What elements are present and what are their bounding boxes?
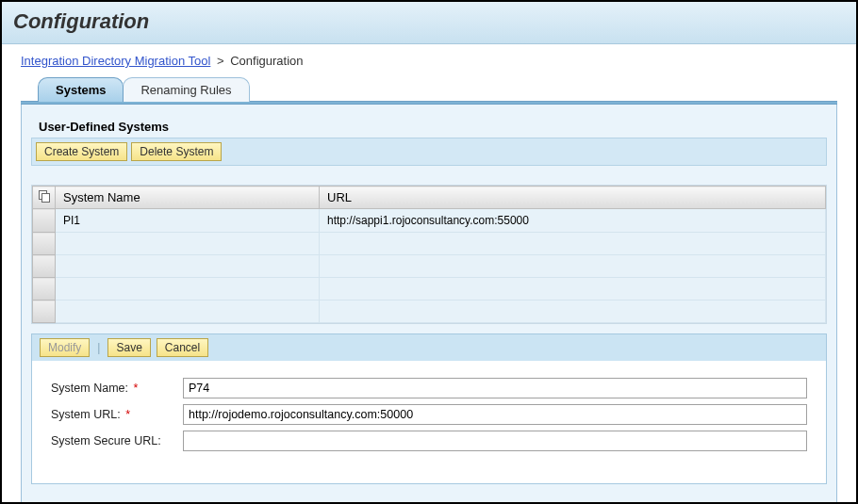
editor-toolbar: Modify | Save Cancel <box>32 334 826 361</box>
table-row[interactable]: PI1 http://sappi1.rojoconsultancy.com:55… <box>33 209 826 233</box>
system-secure-url-input[interactable] <box>183 431 807 451</box>
breadcrumb-sep: > <box>217 54 224 68</box>
breadcrumb-root-link[interactable]: Integration Directory Migration Tool <box>21 54 210 68</box>
create-system-button[interactable]: Create System <box>36 142 127 161</box>
systems-table: System Name URL PI1 http://sappi1.rojoco… <box>32 186 826 323</box>
breadcrumb: Integration Directory Migration Tool > C… <box>21 54 837 68</box>
modify-button[interactable]: Modify <box>40 338 90 357</box>
tab-label: Renaming Rules <box>140 83 231 97</box>
tab-strip: Systems Renaming Rules <box>38 77 837 102</box>
section-title: User-Defined Systems <box>31 116 827 138</box>
table-row-empty <box>33 233 826 255</box>
delete-system-button[interactable]: Delete System <box>131 142 222 161</box>
page-title: Configuration <box>13 9 845 34</box>
row-selector[interactable] <box>33 255 56 278</box>
col-header-url: URL <box>320 187 826 209</box>
cell-system-name: PI1 <box>56 209 320 233</box>
row-selector[interactable] <box>33 301 56 323</box>
row-selector[interactable] <box>33 209 56 233</box>
system-name-input[interactable] <box>183 378 807 398</box>
cancel-button[interactable]: Cancel <box>157 338 208 357</box>
col-header-name: System Name <box>56 187 320 209</box>
system-url-input[interactable] <box>183 404 807 425</box>
tab-renaming-rules[interactable]: Renaming Rules <box>123 77 249 102</box>
row-selector[interactable] <box>33 233 56 255</box>
label-system-url: System URL: * <box>51 408 183 421</box>
tab-panel-systems: User-Defined Systems Create System Delet… <box>21 105 837 504</box>
editor-form: System Name: * System URL: * System Secu… <box>32 361 826 483</box>
tab-systems[interactable]: Systems <box>38 77 124 102</box>
table-row-empty <box>33 301 826 323</box>
cell-system-url: http://sappi1.rojoconsultancy.com:55000 <box>320 209 826 233</box>
tab-label: Systems <box>56 83 106 97</box>
select-all-header[interactable] <box>33 187 56 209</box>
save-button[interactable]: Save <box>107 338 150 357</box>
systems-table-wrap: System Name URL PI1 http://sappi1.rojoco… <box>31 185 827 324</box>
breadcrumb-current: Configuration <box>230 54 303 68</box>
systems-toolbar: Create System Delete System <box>31 138 827 166</box>
row-selector[interactable] <box>33 278 56 301</box>
copy-icon <box>39 190 50 202</box>
table-row-empty <box>33 278 826 301</box>
page-header: Configuration <box>2 2 856 44</box>
label-system-secure-url: System Secure URL: <box>51 434 183 447</box>
system-editor: Modify | Save Cancel System Name: * Syst… <box>31 333 827 484</box>
content-area: Integration Directory Migration Tool > C… <box>2 44 856 504</box>
table-row-empty <box>33 255 826 278</box>
label-system-name: System Name: * <box>51 382 183 395</box>
toolbar-sep: | <box>97 341 100 354</box>
